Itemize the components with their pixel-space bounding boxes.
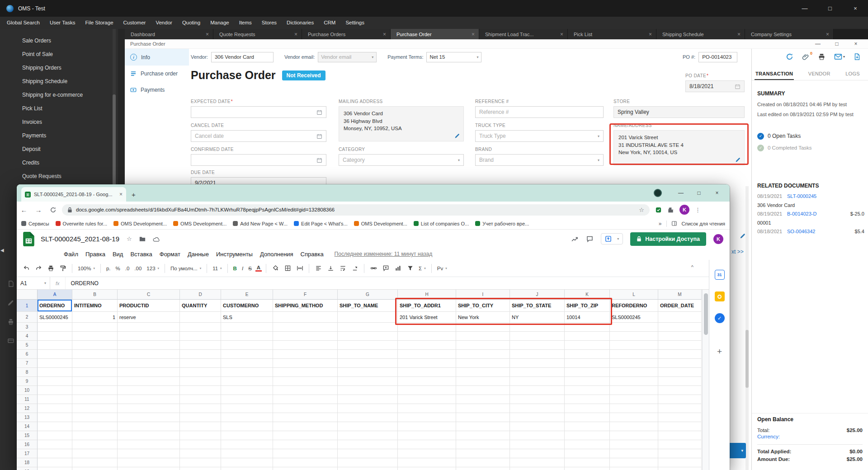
cell-I9[interactable]: [456, 377, 510, 386]
cell-M18[interactable]: [658, 458, 702, 467]
cell-E13[interactable]: [221, 413, 273, 422]
cell-G5[interactable]: [338, 341, 398, 350]
tab-quote-requests[interactable]: Quote Requests×: [213, 29, 302, 39]
cell-H6[interactable]: [398, 350, 456, 359]
cell-I2[interactable]: New York: [456, 312, 510, 323]
sidebar-item-payments[interactable]: Payments: [0, 129, 118, 142]
sheets-menu-формат[interactable]: Формат: [156, 251, 184, 258]
grid-scroll-thumb[interactable]: [704, 293, 708, 335]
cell-L4[interactable]: [610, 332, 658, 341]
column-header-I[interactable]: I: [456, 290, 510, 300]
cell-I19[interactable]: [456, 467, 510, 470]
cell-F11[interactable]: [273, 395, 338, 404]
tab-dashboard[interactable]: Dashboard×: [125, 29, 213, 39]
sidebar-item-credits[interactable]: Credits: [0, 156, 118, 169]
next-button[interactable]: xt >>: [731, 249, 744, 255]
cell-M7[interactable]: [658, 359, 702, 368]
cell-B18[interactable]: [72, 458, 118, 467]
cell-G3[interactable]: [338, 323, 398, 332]
collapse-sidebar-icon[interactable]: ◀: [0, 248, 4, 253]
cell-H5[interactable]: [398, 341, 456, 350]
cell-C14[interactable]: [118, 422, 180, 431]
tab-close-icon[interactable]: ×: [649, 31, 652, 38]
cell-D12[interactable]: [180, 404, 221, 413]
sheets-menu-файл[interactable]: Файл: [60, 251, 82, 258]
cell-D17[interactable]: [180, 449, 221, 458]
cell-E9[interactable]: [221, 377, 273, 386]
tab-pick-list[interactable]: Pick List×: [568, 29, 656, 39]
bookmark-сервисы[interactable]: Сервисы: [21, 221, 49, 226]
sheets-menu-инструменты[interactable]: Инструменты: [212, 251, 256, 258]
cell-D4[interactable]: [180, 332, 221, 341]
cell-C18[interactable]: [118, 458, 180, 467]
vendor-email-select[interactable]: Vendor email ▾: [318, 52, 377, 62]
mailing-address-block[interactable]: 306 Vendor Card 36 Highway Blvd Monsey, …: [339, 106, 464, 141]
cell-M19[interactable]: [658, 467, 702, 470]
cell-A16[interactable]: [38, 440, 72, 449]
cell-K14[interactable]: [565, 422, 610, 431]
cell-B15[interactable]: [72, 431, 118, 440]
panel-tab-logs[interactable]: LOGS: [844, 68, 861, 80]
sidebar-item-pick-list[interactable]: Pick List: [0, 102, 118, 115]
bookmark-oms-development[interactable]: OMS Development...: [173, 221, 226, 226]
insert-chart-icon[interactable]: [393, 263, 403, 274]
cell-B12[interactable]: [72, 404, 118, 413]
sidebar-item-sale-orders[interactable]: Sale Orders: [0, 34, 118, 47]
row-header-5[interactable]: 5: [17, 341, 38, 350]
column-header-E[interactable]: E: [221, 290, 273, 300]
cell-K5[interactable]: [565, 341, 610, 350]
tab-close-icon[interactable]: ×: [560, 31, 563, 38]
cell-F1[interactable]: SHIPPING_METHOD: [273, 300, 338, 312]
calendar-app-icon[interactable]: 31: [715, 270, 725, 280]
row-header-2[interactable]: 2: [17, 312, 38, 323]
forward-icon[interactable]: →: [31, 206, 46, 214]
cell-L17[interactable]: [610, 449, 658, 458]
cell-I8[interactable]: [456, 368, 510, 377]
menubar-item-file-storage[interactable]: File Storage: [80, 17, 118, 29]
cell-L15[interactable]: [610, 431, 658, 440]
increase-decimal-button[interactable]: .00: [133, 266, 143, 271]
row-header-17[interactable]: 17: [17, 449, 38, 458]
cell-L12[interactable]: [610, 404, 658, 413]
reading-list-icon[interactable]: [671, 221, 677, 226]
cell-I7[interactable]: [456, 359, 510, 368]
cell-L3[interactable]: [610, 323, 658, 332]
sidebar-item-shipping-schedule[interactable]: Shipping Schedule: [0, 75, 118, 88]
cell-C19[interactable]: [118, 467, 180, 470]
cell-H13[interactable]: [398, 413, 456, 422]
cell-B8[interactable]: [72, 368, 118, 377]
pivot-extension-button[interactable]: Pv▾: [436, 266, 448, 271]
cell-L16[interactable]: [610, 440, 658, 449]
sidebar-item-quote-requests[interactable]: Quote Requests: [0, 169, 118, 183]
cell-B17[interactable]: [72, 449, 118, 458]
row-header-12[interactable]: 12: [17, 404, 38, 413]
cell-F4[interactable]: [273, 332, 338, 341]
cell-M2[interactable]: [658, 312, 702, 323]
sheets-menu-вставка[interactable]: Вставка: [127, 251, 156, 258]
cell-C9[interactable]: [118, 377, 180, 386]
related-doc-link[interactable]: B-0014023-D: [787, 211, 816, 216]
row-header-8[interactable]: 8: [17, 368, 38, 377]
cloud-status-icon[interactable]: [153, 236, 160, 242]
payment-terms-select[interactable]: Net 15 ▾: [426, 52, 481, 62]
chevron-down-icon[interactable]: ▾: [613, 237, 619, 241]
cell-H17[interactable]: [398, 449, 456, 458]
filter-icon[interactable]: [405, 263, 415, 274]
cell-F6[interactable]: [273, 350, 338, 359]
cell-L1[interactable]: REFORDERNO: [610, 300, 658, 312]
edit-pencil-icon[interactable]: [735, 157, 741, 163]
cell-F16[interactable]: [273, 440, 338, 449]
tab-purchase-orders[interactable]: Purchase Orders×: [302, 29, 391, 39]
text-wrap-icon[interactable]: [338, 263, 348, 274]
cell-H3[interactable]: [398, 323, 456, 332]
cell-H12[interactable]: [398, 404, 456, 413]
column-header-K[interactable]: K: [565, 290, 610, 300]
bookmark-star-icon[interactable]: ☆: [639, 207, 644, 213]
menubar-item-dictionaries[interactable]: Dictionaries: [282, 17, 319, 29]
cell-J8[interactable]: [510, 368, 565, 377]
sync-icon[interactable]: [786, 53, 793, 61]
cell-E17[interactable]: [221, 449, 273, 458]
cell-C10[interactable]: [118, 386, 180, 395]
bookmark-overwrite-rules-for[interactable]: Overwrite rules for...: [56, 221, 107, 226]
cell-C3[interactable]: [118, 323, 180, 332]
